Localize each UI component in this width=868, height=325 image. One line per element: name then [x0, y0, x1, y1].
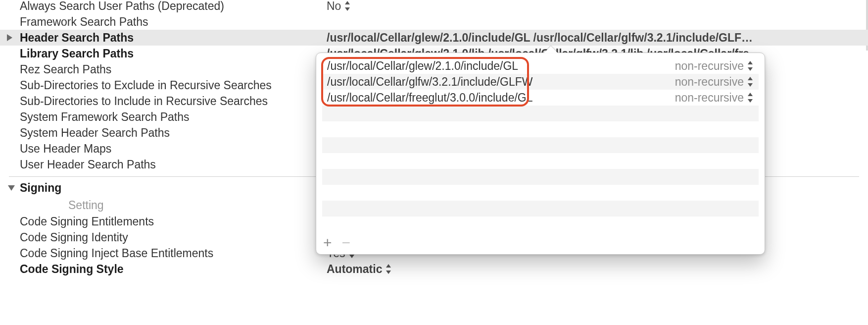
build-settings-panel: Always Search User Paths (Deprecated) No… [0, 0, 868, 323]
path-row-empty[interactable] [322, 201, 759, 217]
setting-value[interactable]: /usr/local/Cellar/glew/2.1.0/include/GL … [327, 30, 868, 46]
path-row-empty[interactable] [322, 153, 759, 169]
stepper-icon[interactable] [747, 93, 754, 103]
column-header-setting: Setting [68, 197, 104, 213]
remove-path-button[interactable]: − [342, 235, 351, 250]
stepper-icon[interactable] [747, 61, 754, 71]
recursive-label: non-recursive [675, 91, 744, 105]
add-path-button[interactable]: + [323, 235, 332, 250]
setting-row-framework-search-paths[interactable]: Framework Search Paths [0, 14, 868, 30]
disclosure-triangle-icon[interactable] [7, 34, 12, 41]
setting-value[interactable]: No [327, 0, 868, 14]
path-row[interactable]: /usr/local/Cellar/freeglut/3.0.0/include… [322, 90, 759, 106]
stepper-icon[interactable] [385, 264, 392, 274]
setting-label: Sub-Directories to Exclude in Recursive … [20, 77, 327, 93]
section-title: Signing [20, 180, 61, 196]
path-row[interactable]: /usr/local/Cellar/glfw/3.2.1/include/GLF… [322, 74, 759, 90]
setting-row-always-search-user-paths[interactable]: Always Search User Paths (Deprecated) No [0, 0, 868, 14]
path-row-empty[interactable] [322, 217, 759, 232]
paths-popover: /usr/local/Cellar/glew/2.1.0/include/GL … [316, 53, 765, 255]
setting-label: Code Signing Entitlements [20, 214, 327, 229]
setting-label: Sub-Directories to Include in Recursive … [20, 93, 327, 109]
setting-label: User Header Search Paths [20, 157, 327, 172]
path-row-empty[interactable] [322, 137, 759, 153]
stepper-icon[interactable] [747, 77, 754, 87]
popover-footer: + − [323, 235, 350, 250]
setting-label: System Framework Search Paths [20, 109, 327, 125]
paths-list[interactable]: /usr/local/Cellar/glew/2.1.0/include/GL … [322, 58, 759, 233]
setting-label: Always Search User Paths (Deprecated) [20, 0, 327, 14]
setting-label: Header Search Paths [20, 30, 327, 46]
disclosure-triangle-down-icon[interactable] [8, 185, 15, 191]
setting-label: Rez Search Paths [20, 61, 327, 77]
path-row[interactable]: /usr/local/Cellar/glew/2.1.0/include/GL … [322, 58, 759, 74]
setting-value[interactable]: Automatic [327, 261, 868, 277]
setting-label: Use Header Maps [20, 141, 327, 157]
path-row-empty[interactable] [322, 169, 759, 185]
recursive-label: non-recursive [675, 75, 744, 89]
setting-row-code-signing-style[interactable]: Code Signing Style Automatic [0, 261, 868, 277]
path-row-empty[interactable] [322, 121, 759, 137]
stepper-icon[interactable] [344, 1, 351, 11]
path-text: /usr/local/Cellar/glfw/3.2.1/include/GLF… [327, 75, 675, 89]
setting-label: Framework Search Paths [20, 14, 327, 30]
setting-label: Library Search Paths [20, 46, 327, 61]
setting-label: System Header Search Paths [20, 125, 327, 141]
setting-row-header-search-paths[interactable]: Header Search Paths /usr/local/Cellar/gl… [0, 30, 868, 46]
recursive-label: non-recursive [675, 59, 744, 73]
path-row-empty[interactable] [322, 106, 759, 121]
setting-label: Code Signing Inject Base Entitlements [20, 245, 327, 261]
path-text: /usr/local/Cellar/freeglut/3.0.0/include… [327, 91, 675, 105]
path-row-empty[interactable] [322, 185, 759, 201]
path-text: /usr/local/Cellar/glew/2.1.0/include/GL [327, 59, 675, 73]
setting-label: Code Signing Identity [20, 229, 327, 245]
setting-label: Code Signing Style [20, 261, 327, 277]
